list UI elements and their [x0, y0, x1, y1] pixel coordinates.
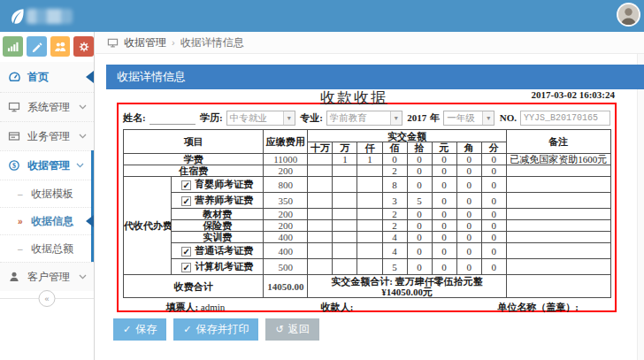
digit-cell	[308, 220, 333, 232]
save-and-print-label: 保存并打印	[196, 322, 249, 337]
fee-item-name: 保险费	[172, 220, 264, 232]
receipt-title: 收款收据	[301, 88, 407, 108]
sidebar-shortcuts	[0, 32, 94, 62]
digit-cell: 0	[481, 209, 506, 220]
users-icon[interactable]	[50, 36, 71, 57]
chevron-down-icon	[79, 104, 87, 110]
fee-amount: 200	[264, 220, 308, 232]
digit-cell: 0	[432, 193, 456, 209]
sidebar-item-receipt-template[interactable]: – 收据模板	[0, 180, 91, 207]
undo-icon: ↺	[275, 324, 283, 335]
digit-cell: 0	[407, 154, 432, 165]
digit-cell: 0	[481, 220, 506, 232]
receipt-footer: 填票人: admin 收款人: 单位名称（盖章）:	[123, 301, 610, 314]
digit-cell: 0	[382, 154, 407, 165]
fee-item-checkbox[interactable]: ✓	[181, 196, 191, 206]
digit-cell: 0	[481, 177, 506, 193]
fee-item-name: 教材费	[172, 209, 264, 220]
sidebar-item-receipt-mgmt[interactable]: $ 收据管理	[0, 150, 91, 180]
col-header-item: 项目	[124, 130, 264, 154]
fee-remark	[506, 220, 610, 232]
fee-item-checkbox[interactable]: ✓	[181, 263, 191, 272]
total-remark-empty	[506, 275, 610, 298]
digit-cell: 3	[382, 193, 407, 209]
name-input[interactable]	[150, 111, 196, 125]
digit-cell: 0	[432, 259, 456, 275]
digit-cell: 0	[407, 220, 432, 232]
save-button[interactable]: ✓ 保存	[113, 318, 166, 341]
fee-item-checkbox[interactable]: ✓	[181, 247, 191, 257]
bar-chart-icon[interactable]	[3, 36, 23, 57]
major-select[interactable]: 学前教育 ▾	[326, 111, 402, 126]
monitor-icon	[107, 37, 119, 49]
digit-cell: 2	[382, 165, 407, 177]
sidebar-item-receipt-total[interactable]: – 收据总额	[0, 234, 91, 262]
sidebar-item-label: 客户管理	[27, 270, 70, 285]
digit-cell	[308, 232, 333, 243]
back-button[interactable]: ↺ 返回	[265, 318, 318, 341]
fee-item-name: ✓育婴师考证费	[172, 177, 264, 193]
sidebar-item-system[interactable]: 系统管理	[0, 92, 94, 121]
major-value: 学前教育	[327, 111, 390, 125]
gears-icon[interactable]	[73, 36, 94, 57]
sidebar-item-customer[interactable]: 客户管理	[0, 262, 94, 291]
fee-amount: 500	[264, 259, 308, 275]
digit-cell: 2	[382, 220, 407, 232]
digit-cell	[357, 243, 382, 259]
fee-amount: 350	[264, 193, 308, 209]
digit-header: 元	[432, 142, 456, 154]
digit-cell	[333, 193, 357, 209]
receipt-form-row: 姓名: 学历: 中专就业 ▾ 专业: 学前教育 ▾ 2017 年	[123, 107, 610, 128]
education-label: 学历:	[200, 111, 223, 125]
total-amount: 14050.00	[264, 275, 308, 298]
fee-item-checkbox[interactable]: ✓	[181, 180, 191, 190]
digit-cell: 0	[456, 259, 481, 275]
digit-header: 万	[333, 142, 357, 154]
fee-row: 教材费20020000	[124, 209, 611, 220]
sidebar-item-business[interactable]: 业务管理	[0, 121, 94, 150]
fee-remark	[506, 259, 610, 275]
avatar[interactable]	[617, 3, 640, 27]
digit-cell: 0	[456, 177, 481, 193]
col-header-remark: 备注	[506, 130, 610, 154]
pencil-icon[interactable]	[27, 36, 47, 57]
app-brand-blurred	[27, 9, 73, 24]
fee-remark	[506, 232, 610, 243]
sidebar-item-receipt-info[interactable]: » 收据信息	[0, 207, 91, 234]
grade-select[interactable]: 一年级 ▾	[443, 111, 494, 126]
digit-cell: 0	[481, 193, 506, 209]
fee-remark	[506, 209, 610, 220]
digit-cell: 8	[382, 177, 407, 193]
digit-cell	[357, 209, 382, 220]
person-icon	[7, 271, 21, 283]
digit-cell: 0	[481, 165, 506, 177]
fee-group-label: 代收代办费	[124, 177, 172, 275]
digit-cell: 0	[432, 154, 456, 165]
digit-cell	[308, 209, 333, 220]
unit-label: 单位名称（盖章）:	[465, 301, 610, 314]
fee-row: ✓营养师考证费35035000	[124, 193, 611, 209]
digit-cell	[357, 193, 382, 209]
fee-amount: 800	[264, 177, 308, 193]
total-row: 收费合计 14050.00 实交金额合计: 壹万肆仟零伍拾元整 ¥14050.0…	[124, 275, 611, 298]
col-header-payable: 应缴费用	[264, 130, 308, 154]
monitor-icon	[7, 101, 21, 113]
sidebar: 首页 系统管理 业务管理 $ 收据管理	[0, 32, 95, 360]
app-window: 首页 系统管理 业务管理 $ 收据管理	[0, 0, 644, 360]
sidebar-collapse-button[interactable]: «	[39, 290, 56, 307]
save-and-print-button[interactable]: ✓ 保存并打印	[173, 318, 258, 341]
fee-amount: 11000	[264, 154, 308, 165]
fee-remark	[506, 165, 610, 177]
digit-cell: 5	[382, 259, 407, 275]
submenu-marker: »	[18, 217, 27, 226]
digit-cell: 0	[456, 193, 481, 209]
digit-cell: 0	[407, 243, 432, 259]
digit-cell	[357, 220, 382, 232]
education-select[interactable]: 中专就业 ▾	[226, 111, 295, 126]
sidebar-item-home[interactable]: 首页	[0, 62, 94, 92]
chevron-down-icon	[79, 274, 87, 280]
digit-cell: 0	[456, 220, 481, 232]
breadcrumb-receipt-mgmt[interactable]: 收据管理	[124, 35, 166, 50]
save-button-label: 保存	[135, 322, 157, 337]
receipt-no-input[interactable]: YYJS_B20170165	[520, 111, 610, 126]
